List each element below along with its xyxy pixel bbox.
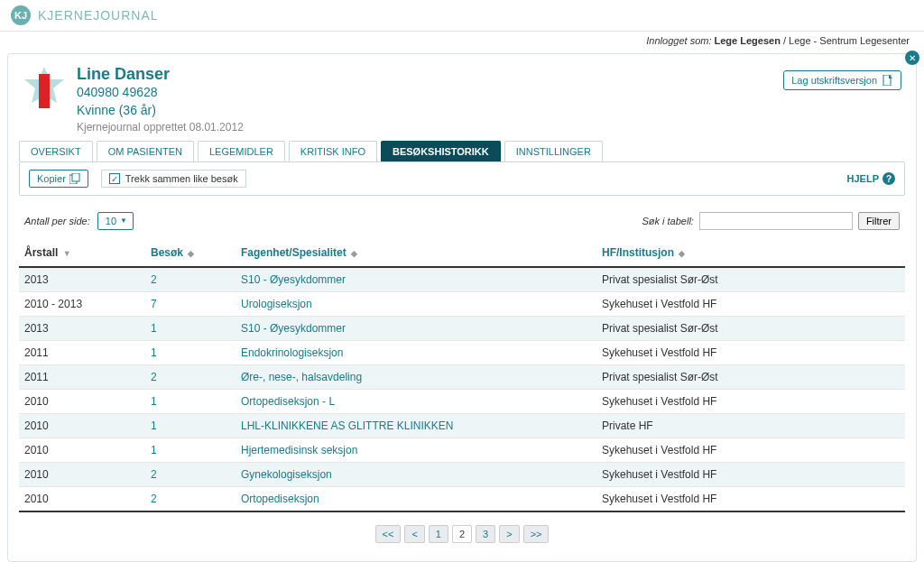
cell-visits-link[interactable]: 7 xyxy=(151,298,157,310)
table-row: 2010 - 20137UrologiseksjonSykehuset i Ve… xyxy=(19,292,905,317)
table-row: 20102OrtopediseksjonSykehuset i Vestfold… xyxy=(19,487,905,512)
brand-logo-icon: KJ xyxy=(11,5,31,25)
per-page-select[interactable]: 10 xyxy=(97,212,134,230)
cell-unit-link[interactable]: Urologiseksjon xyxy=(241,298,312,310)
merge-visits-checkbox[interactable]: ✓ Trekk sammen like besøk xyxy=(101,170,246,188)
patient-demographics: Kvinne (36 år) xyxy=(77,102,244,120)
filter-button[interactable]: Filtrer xyxy=(858,212,900,230)
svg-rect-1 xyxy=(39,74,50,108)
cell-inst: Private HF xyxy=(596,414,905,438)
login-info: Innlogget som: Lege Legesen / Lege - Sen… xyxy=(0,32,924,50)
patient-name: Line Danser xyxy=(77,65,244,84)
col-header-unit[interactable]: Fagenhet/Spesialitet ◆ xyxy=(236,239,596,267)
cell-unit-link[interactable]: Hjertemedisinsk seksjon xyxy=(241,444,357,456)
table-row: 20102GynekologiseksjonSykehuset i Vestfo… xyxy=(19,463,905,487)
help-icon: ? xyxy=(882,172,895,185)
cell-year: 2010 - 2013 xyxy=(19,292,145,317)
cell-visits-link[interactable]: 2 xyxy=(151,371,157,383)
cell-unit-link[interactable]: Øre-, nese-, halsavdeling xyxy=(241,371,362,383)
cell-unit-link[interactable]: LHL-KLINIKKENE AS GLITTRE KLINIKKEN xyxy=(241,419,453,432)
print-button-label: Lag utskriftsversjon xyxy=(791,75,877,86)
top-bar: KJ KJERNEJOURNAL xyxy=(0,0,924,32)
patient-id: 040980 49628 xyxy=(77,84,244,102)
tabs: OVERSIKTOM PASIENTENLEGEMIDLERKRITISK IN… xyxy=(8,141,916,161)
cell-unit-link[interactable]: Ortopediseksjon xyxy=(241,493,319,505)
cell-visits-link[interactable]: 1 xyxy=(151,395,157,408)
col-header-visits[interactable]: Besøk ◆ xyxy=(145,239,236,267)
patient-icon xyxy=(23,65,66,115)
tab-kritisk-info[interactable]: KRITISK INFO xyxy=(289,141,377,161)
table-controls: Antall per side: 10 Søk i tabell: Filtre… xyxy=(8,196,916,239)
checkbox-icon: ✓ xyxy=(109,173,120,184)
tab-besøkshistorikk[interactable]: BESØKSHISTORIKK xyxy=(381,141,501,161)
patient-created: Kjernejournal opprettet 08.01.2012 xyxy=(77,121,244,134)
tab-om-pasienten[interactable]: OM PASIENTEN xyxy=(97,141,194,161)
table-row: 20132S10 - ØyesykdommerPrivat spesialist… xyxy=(19,267,905,292)
cell-visits-link[interactable]: 1 xyxy=(151,444,157,456)
close-icon[interactable]: ✕ xyxy=(905,51,919,65)
table-row: 20101LHL-KLINIKKENE AS GLITTRE KLINIKKEN… xyxy=(19,414,905,438)
cell-year: 2010 xyxy=(19,414,145,438)
cell-unit-link[interactable]: S10 - Øyesykdommer xyxy=(241,322,346,335)
table-row: 20101Ortopediseksjon - LSykehuset i Vest… xyxy=(19,390,905,414)
copy-icon xyxy=(69,173,80,184)
copy-button-label: Kopier xyxy=(37,173,66,184)
tab-oversikt[interactable]: OVERSIKT xyxy=(19,141,93,161)
pager-page-1[interactable]: 1 xyxy=(429,525,448,543)
cell-year: 2010 xyxy=(19,390,145,414)
cell-year: 2011 xyxy=(19,341,145,365)
cell-inst: Privat spesialist Sør-Øst xyxy=(596,267,905,292)
cell-visits-link[interactable]: 2 xyxy=(151,493,157,505)
copy-button[interactable]: Kopier xyxy=(29,170,88,188)
cell-year: 2010 xyxy=(19,463,145,487)
pager-last[interactable]: >> xyxy=(523,525,550,543)
table-row: 20112Øre-, nese-, halsavdelingPrivat spe… xyxy=(19,365,905,390)
cell-unit-link[interactable]: Gynekologiseksjon xyxy=(241,468,332,481)
print-button[interactable]: Lag utskriftsversjon xyxy=(783,70,901,90)
table-row: 20101Hjertemedisinsk seksjonSykehuset i … xyxy=(19,438,905,463)
login-user: Lege Legesen xyxy=(715,35,781,46)
help-link[interactable]: HJELP ? xyxy=(847,172,895,185)
cell-visits-link[interactable]: 1 xyxy=(151,419,157,432)
sort-desc-icon: ▼ xyxy=(63,249,71,258)
pager-prev[interactable]: < xyxy=(404,525,424,543)
cell-inst: Privat spesialist Sør-Øst xyxy=(596,365,905,390)
cell-unit-link[interactable]: S10 - Øyesykdommer xyxy=(241,273,346,286)
cell-visits-link[interactable]: 2 xyxy=(151,468,157,481)
help-label: HJELP xyxy=(847,173,879,184)
login-label: Innlogget som: xyxy=(646,35,711,46)
pager-next[interactable]: > xyxy=(499,525,519,543)
tab-innstillinger[interactable]: INNSTILLINGER xyxy=(504,141,603,161)
pager-page-2[interactable]: 2 xyxy=(452,525,472,543)
cell-inst: Privat spesialist Sør-Øst xyxy=(596,317,905,341)
col-header-year[interactable]: Årstall ▼ xyxy=(19,239,145,267)
sort-icon: ◆ xyxy=(188,249,194,258)
patient-header: Line Danser 040980 49628 Kvinne (36 år) … xyxy=(8,54,916,141)
cell-visits-link[interactable]: 1 xyxy=(151,322,157,335)
cell-unit-link[interactable]: Ortopediseksjon - L xyxy=(241,395,335,408)
login-role: Lege - Sentrum Legesenter xyxy=(789,35,910,46)
login-sep: / xyxy=(783,35,786,46)
pager-page-3[interactable]: 3 xyxy=(476,525,495,543)
search-input[interactable] xyxy=(699,212,853,230)
cell-unit-link[interactable]: Endokrinologiseksjon xyxy=(241,346,343,359)
sort-icon: ◆ xyxy=(351,249,357,258)
cell-year: 2010 xyxy=(19,438,145,463)
col-header-inst[interactable]: HF/Institusjon ◆ xyxy=(596,239,905,267)
pager-first[interactable]: << xyxy=(375,525,402,543)
cell-year: 2013 xyxy=(19,317,145,341)
search-label: Søk i tabell: xyxy=(642,216,693,226)
tab-legemidler[interactable]: LEGEMIDLER xyxy=(198,141,285,161)
toolbar: Kopier ✓ Trekk sammen like besøk HJELP ? xyxy=(19,161,905,196)
cell-visits-link[interactable]: 2 xyxy=(151,273,157,286)
main-panel: ✕ Line Danser 040980 49628 Kvinne (36 år… xyxy=(7,53,917,562)
table-row: 20111EndokrinologiseksjonSykehuset i Ves… xyxy=(19,341,905,365)
per-page-label: Antall per side: xyxy=(24,216,90,226)
cell-visits-link[interactable]: 1 xyxy=(151,346,157,359)
patient-info: Line Danser 040980 49628 Kvinne (36 år) … xyxy=(77,65,244,134)
cell-inst: Sykehuset i Vestfold HF xyxy=(596,390,905,414)
cell-year: 2011 xyxy=(19,365,145,390)
cell-inst: Sykehuset i Vestfold HF xyxy=(596,487,905,512)
sort-icon: ◆ xyxy=(679,249,685,258)
cell-inst: Sykehuset i Vestfold HF xyxy=(596,438,905,463)
